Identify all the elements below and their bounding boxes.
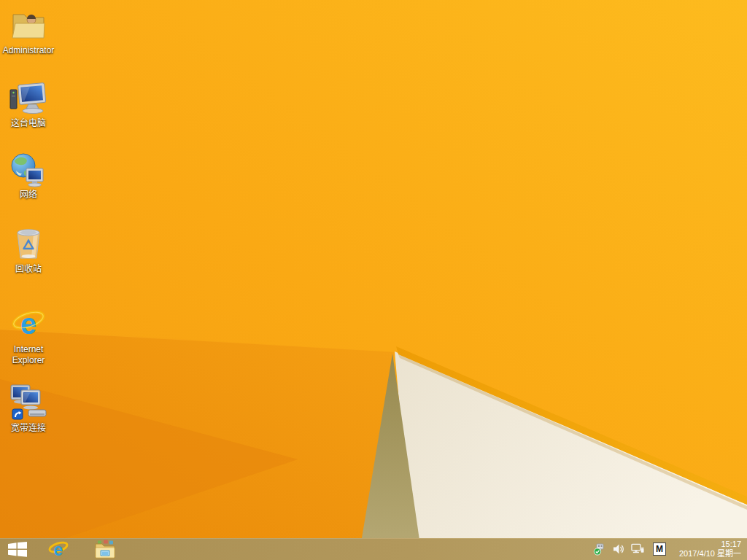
wallpaper-art	[0, 0, 747, 560]
system-tray: M 15:17 2017/4/10 星期一	[593, 538, 747, 560]
desktop-icon-internet-explorer[interactable]: e Internet Explorer	[1, 305, 56, 366]
desktop-icon-label: Administrator	[1, 45, 56, 56]
desktop-icon-label: 这台电脑	[1, 118, 56, 129]
recycle-bin-icon	[1, 225, 56, 262]
ie-icon: e	[1, 305, 56, 343]
desktop-icon-label: Internet Explorer	[1, 344, 56, 366]
wallpaper[interactable]	[0, 0, 747, 560]
volume-icon[interactable]	[612, 542, 625, 556]
computer-icon	[1, 79, 56, 117]
desktop-icon-network[interactable]: 网络	[1, 150, 56, 201]
desktop-icon-recycle-bin[interactable]: 回收站	[1, 225, 56, 275]
ime-mode-label: M	[656, 543, 663, 555]
globe-monitor-icon	[1, 150, 56, 188]
ie-icon: e	[47, 539, 69, 560]
desktop-icon-label: 网络	[1, 190, 56, 201]
desktop-icon-administrator[interactable]: Administrator	[1, 6, 56, 56]
user-folder-icon	[1, 6, 56, 44]
clock-date: 2017/4/10 星期一	[679, 549, 741, 559]
taskbar: e	[0, 538, 747, 560]
ime-indicator[interactable]: M	[653, 542, 666, 556]
dialup-monitors-icon	[1, 384, 56, 421]
start-button[interactable]	[0, 538, 35, 560]
desktop-icon-broadband[interactable]: 宽带连接	[1, 384, 56, 434]
svg-text:e: e	[54, 540, 63, 559]
taskbar-clock[interactable]: 15:17 2017/4/10 星期一	[675, 540, 741, 559]
taskbar-file-explorer-button[interactable]	[89, 538, 121, 560]
clock-time: 15:17	[679, 540, 741, 549]
desktop-icon-label: 宽带连接	[1, 423, 56, 434]
safely-remove-hardware-icon[interactable]	[593, 542, 606, 556]
taskbar-internet-explorer-button[interactable]: e	[42, 538, 74, 560]
network-status-icon[interactable]	[631, 542, 644, 556]
folder-icon	[94, 540, 116, 559]
desktop-icon-label: 回收站	[1, 264, 56, 275]
windows-logo-icon	[8, 542, 27, 557]
desktop-icon-this-pc[interactable]: 这台电脑	[1, 79, 56, 129]
desktop[interactable]: Administrator 这台	[0, 0, 747, 560]
